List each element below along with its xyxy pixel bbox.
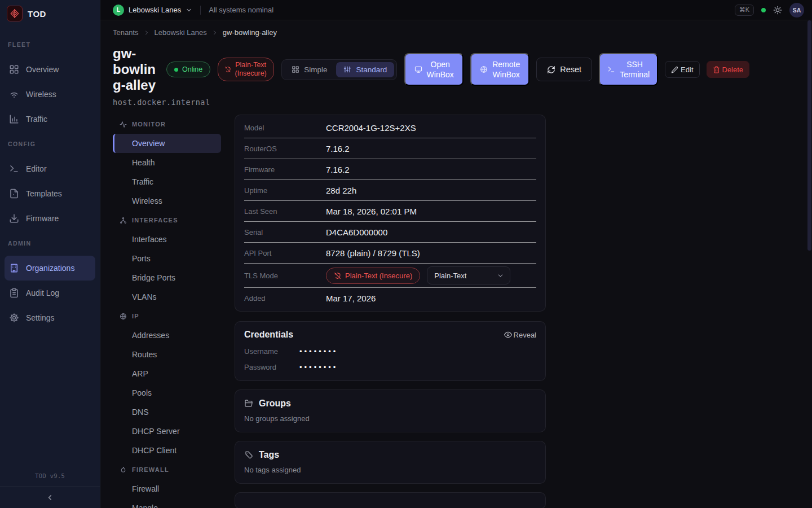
button-label: Reset [560, 65, 581, 74]
subnav-item-interfaces[interactable]: Interfaces [113, 230, 221, 249]
ssh-terminal-button[interactable]: SSH Terminal [599, 53, 658, 86]
subnav-item-routes[interactable]: Routes [113, 345, 221, 364]
sidebar-section-label: ADMIN [0, 231, 100, 256]
sidebar-section-label: FLEET [0, 32, 100, 57]
sun-icon [773, 6, 782, 15]
subnav-item-dns[interactable]: DNS [113, 402, 221, 422]
sidebar-item-audit-log[interactable]: Audit Log [5, 281, 95, 305]
connection-status-dot [761, 8, 766, 12]
button-label: Open WinBox [427, 59, 454, 80]
tenant-name: Lebowski Lanes [129, 6, 181, 14]
eye-icon [504, 331, 512, 339]
subnav-item-dhcp-server[interactable]: DHCP Server [113, 422, 221, 441]
info-row-label: Last Seen [244, 207, 326, 216]
terminal-icon [607, 65, 615, 73]
reset-button[interactable]: Reset [536, 58, 592, 81]
info-row-label: API Port [244, 249, 326, 257]
sidebar-item-firmware[interactable]: Firmware [5, 206, 95, 231]
page-scrollbar-thumb[interactable] [807, 20, 811, 251]
subnav-item-bridge-ports[interactable]: Bridge Ports [113, 268, 221, 287]
subnav-section-label: INTERFACES [132, 217, 178, 224]
subnav-item-vlans[interactable]: VLANs [113, 287, 221, 306]
theme-toggle-button[interactable] [773, 6, 782, 15]
credentials-title: Credentials [244, 330, 293, 340]
folder-icon [244, 399, 253, 408]
globe-icon [480, 65, 488, 73]
topbar-divider [200, 6, 201, 15]
tenant-switcher[interactable]: L Lebowski Lanes [113, 5, 192, 16]
sidebar-item-editor[interactable]: Editor [5, 156, 95, 181]
info-row-value: 8728 (plain) / 8729 (TLS) [326, 248, 420, 258]
subnav-item-ports[interactable]: Ports [113, 249, 221, 268]
groups-title: Groups [259, 398, 291, 409]
subnav-item-firewall[interactable]: Firewall [113, 479, 221, 498]
subnav-item-arp[interactable]: ARP [113, 364, 221, 383]
subnav-item-traffic[interactable]: Traffic [113, 172, 221, 191]
user-avatar[interactable]: SA [789, 3, 804, 17]
subnav-section-label: FIREWALL [132, 466, 169, 473]
tls-insecure-badge: Plain-Text (Insecure) [326, 268, 420, 284]
sidebar-item-templates[interactable]: Templates [5, 181, 95, 206]
subnav-item-overview[interactable]: Overview [113, 134, 221, 153]
view-mode-label: Simple [304, 65, 327, 74]
app-logo: TOD [0, 0, 100, 27]
subnav-item-pools[interactable]: Pools [113, 383, 221, 402]
subnav-item-mangle[interactable]: Mangle [113, 498, 221, 508]
credential-masked-value: •••••••• [299, 347, 338, 356]
subnav-item-wireless[interactable]: Wireless [113, 191, 221, 211]
info-row-value: 7.16.2 [326, 144, 350, 154]
gear-icon [9, 313, 19, 323]
sidebar-item-label: Audit Log [26, 288, 59, 297]
open-winbox-button[interactable]: Open WinBox [404, 53, 464, 86]
sidebar-item-overview[interactable]: Overview [5, 57, 95, 82]
subnav-section-interfaces: INTERFACES [113, 211, 221, 230]
info-row: Last SeenMar 18, 2026, 02:01 PM [244, 201, 536, 222]
chevron-down-icon [186, 7, 192, 14]
info-row-label: RouterOS [244, 144, 326, 153]
main-content: TenantsLebowski Lanesgw-bowling-alley gw… [100, 20, 812, 508]
reveal-credentials-button[interactable]: Reveal [504, 331, 536, 339]
sidebar-item-organizations[interactable]: Organizations [5, 256, 95, 281]
bar-chart-icon [9, 114, 19, 124]
info-row: TLS ModePlain-Text (Insecure)Plain-Text [244, 264, 536, 288]
flame-icon [120, 466, 127, 474]
diamond-logo-icon [7, 6, 23, 21]
subnav-item-dhcp-client[interactable]: DHCP Client [113, 441, 221, 460]
sidebar-item-settings[interactable]: Settings [5, 305, 95, 330]
remote-winbox-button[interactable]: Remote WinBox [470, 53, 529, 86]
sidebar-item-label: Settings [26, 313, 55, 322]
info-row: Firmware7.16.2 [244, 159, 536, 180]
subnav-section-ip: IP [113, 306, 221, 326]
tls-mode-select[interactable]: Plain-Text [427, 266, 510, 284]
subnav-item-health[interactable]: Health [113, 153, 221, 172]
delete-button[interactable]: Delete [707, 61, 750, 78]
edit-button[interactable]: Edit [665, 61, 699, 78]
shield-off-icon [224, 66, 231, 73]
credential-masked-value: •••••••• [299, 363, 338, 371]
subnav-item-addresses[interactable]: Addresses [113, 326, 221, 345]
breadcrumb-item[interactable]: Lebowski Lanes [155, 28, 207, 37]
clipboard-icon [9, 288, 19, 298]
info-row-label: Added [244, 294, 326, 303]
breadcrumb-item[interactable]: Tenants [113, 28, 139, 37]
view-mode-standard[interactable]: Standard [336, 62, 394, 77]
sidebar-item-label: Traffic [26, 115, 47, 124]
chevron-right-icon [143, 29, 150, 36]
chevron-right-icon [211, 29, 218, 36]
sidebar-item-traffic[interactable]: Traffic [5, 107, 95, 132]
chevron-left-icon [46, 493, 54, 502]
building-icon [9, 263, 19, 273]
subnav-section-firewall: FIREWALL [113, 460, 221, 479]
device-header: gw-bowling-alley Online Plain-Text (Inse… [113, 46, 812, 93]
view-mode-simple[interactable]: Simple [284, 62, 334, 77]
online-dot-icon [174, 68, 178, 72]
online-status-badge: Online [166, 62, 210, 77]
button-label: Edit [681, 65, 693, 74]
info-row: RouterOS7.16.2 [244, 138, 536, 159]
credential-label: Username [244, 347, 299, 356]
sidebar-item-wireless[interactable]: Wireless [5, 82, 95, 107]
command-palette-shortcut[interactable]: ⌘K [735, 5, 754, 16]
sidebar-collapse-button[interactable] [0, 487, 100, 508]
device-host: host.docker.internal [113, 98, 812, 107]
refresh-icon [547, 65, 555, 74]
